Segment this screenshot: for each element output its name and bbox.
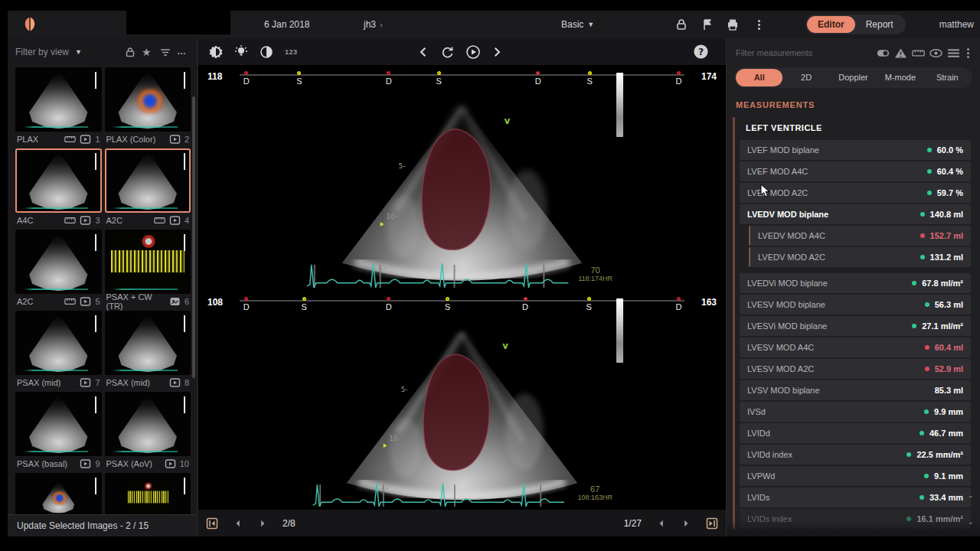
thumbnail-cell[interactable]: PSAX (mid) <box>105 311 191 390</box>
measurement-row[interactable]: LVEF MOD A4C 60.4 % <box>740 161 971 181</box>
thumbnail-cell[interactable]: PSAX (basal) <box>15 392 102 471</box>
thumbnail-cell[interactable] <box>105 473 191 514</box>
ruler-icon[interactable] <box>912 47 925 59</box>
sort-icon[interactable] <box>159 46 172 58</box>
menu-icon[interactable] <box>947 47 960 59</box>
thumbnail-cell[interactable]: PSAX (AoV) <box>105 392 191 471</box>
thumbnail-image[interactable] <box>105 230 191 294</box>
thumbnail-image[interactable] <box>105 392 191 456</box>
thumbnail-image[interactable] <box>15 67 102 132</box>
cardiac-phase-marker[interactable]: S <box>583 71 596 86</box>
timeline-track[interactable]: D S D <box>240 297 684 320</box>
thumbnail-image[interactable] <box>15 392 102 456</box>
measurement-row[interactable]: LVESV MOD A4C 60.4 ml <box>740 337 971 357</box>
measurement-row[interactable]: LVIDs 33.4 mm <box>740 487 971 507</box>
previous-page-icon[interactable] <box>234 519 243 528</box>
cardiac-phase-marker[interactable]: D <box>383 71 395 86</box>
measurement-row[interactable]: LVPWd 9.1 mm <box>740 466 971 486</box>
breadcrumb[interactable]: jh3 › <box>364 19 383 30</box>
measurement-tab[interactable]: 2D <box>782 69 829 86</box>
more-options-icon[interactable] <box>965 47 971 59</box>
cardiac-phase-marker[interactable]: S <box>298 297 310 311</box>
cardiac-phase-marker[interactable]: D <box>240 71 253 86</box>
cardiac-phase-marker[interactable]: D <box>240 297 253 311</box>
study-id[interactable]: jh3 <box>364 19 376 30</box>
thumbnail-cell[interactable]: A2C <box>105 148 191 228</box>
more-options-icon[interactable] <box>752 18 766 31</box>
sidebar-scrollbar[interactable] <box>192 96 195 378</box>
eye-icon[interactable] <box>929 47 942 59</box>
measurement-tab[interactable]: Doppler <box>830 69 877 86</box>
report-button[interactable]: Report <box>855 16 904 33</box>
contrast-icon[interactable] <box>208 44 224 60</box>
cardiac-phase-marker[interactable]: D <box>383 297 395 311</box>
lock-icon[interactable] <box>675 18 688 31</box>
flag-icon[interactable] <box>701 18 714 31</box>
brightness-icon[interactable] <box>234 44 249 60</box>
thumbnail-cell[interactable]: PLAX (Color) <box>105 67 191 147</box>
measurement-row[interactable]: LVSV MOD biplane 85.3 ml <box>740 380 971 400</box>
thumbnail-image[interactable] <box>105 67 191 132</box>
measurement-row[interactable]: LVIDd 46.7 mm <box>740 423 971 443</box>
cardiac-phase-marker[interactable]: D <box>672 297 684 311</box>
measurement-tab[interactable]: All <box>736 69 782 86</box>
cardiac-phase-marker[interactable]: S <box>293 71 305 86</box>
measurement-row[interactable]: LVIDs index 16.1 mm/m² <box>740 509 971 529</box>
clip-viewport-a2c[interactable]: 108 D S <box>198 291 726 510</box>
measurement-row[interactable]: LVEF MOD A2C 59.7 % <box>740 183 971 203</box>
play-icon[interactable] <box>466 44 481 60</box>
update-selected-images-button[interactable]: Update Selected Images - 2 / 15 <box>8 514 197 536</box>
echo-image-a4c[interactable] <box>198 95 726 288</box>
warning-icon[interactable] <box>894 47 907 59</box>
thumbnail-image[interactable] <box>105 311 191 375</box>
next-frame-icon[interactable] <box>492 47 502 57</box>
thumbnail-image[interactable] <box>15 311 102 375</box>
thumbnail-image[interactable] <box>15 230 102 294</box>
measurement-row[interactable]: LVESV MOD A2C 52.9 ml <box>740 359 971 379</box>
editor-button[interactable]: Editor <box>807 16 855 33</box>
playhead-bar[interactable] <box>616 298 623 363</box>
measurement-row[interactable]: IVSd 9.9 mm <box>740 402 971 422</box>
thumbnail-cell[interactable]: A4C <box>15 148 102 228</box>
invert-icon[interactable] <box>259 44 274 60</box>
thumbnail-cell[interactable] <box>15 473 102 514</box>
echo-image-a2c[interactable] <box>198 321 726 507</box>
measurement-row[interactable]: LVEDVi MOD biplane 67.8 ml/m² <box>740 273 971 293</box>
cardiac-phase-marker[interactable]: S <box>433 71 445 86</box>
cine-loop-icon[interactable] <box>439 44 455 60</box>
thumbnail-image[interactable] <box>105 148 191 213</box>
cardiac-phase-marker[interactable]: D <box>519 297 531 311</box>
measurement-tab[interactable]: Strain <box>924 69 971 86</box>
thumbnail-image[interactable] <box>15 148 102 213</box>
thumbnail-cell[interactable]: PLAX <box>15 67 102 147</box>
measurement-row[interactable]: LVEDV MOD A2C 131.2 ml <box>749 247 971 267</box>
previous-frame-icon[interactable] <box>418 47 429 57</box>
previous-page-icon[interactable] <box>657 519 666 528</box>
measurement-row[interactable]: LVEF MOD biplane 60.0 % <box>740 140 971 160</box>
thumbnail-image[interactable] <box>15 473 102 514</box>
scroll-up-icon[interactable]: ⌃ <box>968 494 974 503</box>
cardiac-phase-marker[interactable]: S <box>583 297 595 311</box>
thumbnail-cell[interactable]: A2C <box>15 230 102 309</box>
next-page-icon[interactable] <box>258 519 267 528</box>
timeline-track[interactable]: D S D <box>240 71 684 94</box>
lock-icon[interactable] <box>124 46 136 58</box>
layout-mode-dropdown[interactable]: Basic ▼ <box>561 19 594 30</box>
thumbnail-cell[interactable]: PSAX (mid) <box>15 311 102 390</box>
toggle-icon[interactable] <box>877 47 890 59</box>
playhead-bar[interactable] <box>616 73 623 137</box>
chevron-down-icon[interactable]: ▼ <box>75 48 82 56</box>
first-page-icon[interactable] <box>206 517 218 530</box>
username[interactable]: matthew <box>939 19 974 30</box>
more-options-icon[interactable]: … <box>177 46 189 58</box>
print-icon[interactable] <box>726 18 740 31</box>
thumbnail-cell[interactable]: PSAX + CW (TR) <box>105 230 191 309</box>
filter-by-view-dropdown[interactable]: Filter by view <box>15 47 69 57</box>
measurement-row[interactable]: LVIDd index 22.5 mm/m² <box>740 445 971 465</box>
measurement-row[interactable]: LVESVi MOD biplane 27.1 ml/m² <box>740 316 971 336</box>
thumbnail-image[interactable] <box>105 473 191 514</box>
help-icon[interactable]: ? <box>693 44 709 60</box>
next-page-icon[interactable] <box>681 519 691 528</box>
clip-viewport-a4c[interactable]: 118 D S <box>198 65 726 291</box>
star-icon[interactable]: ★ <box>142 46 154 58</box>
